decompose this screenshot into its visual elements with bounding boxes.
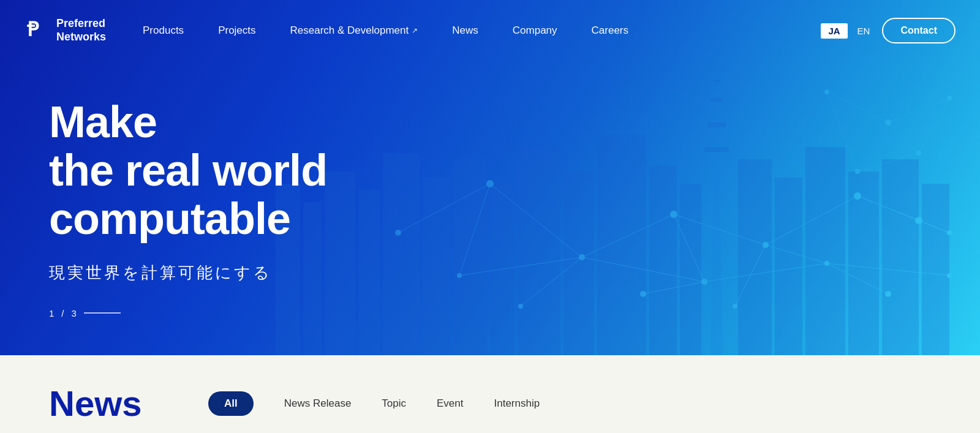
news-header: News All News Release Topic Event Intern… (49, 386, 931, 421)
svg-text:Ᵽ: Ᵽ (27, 18, 39, 40)
nav-products[interactable]: Products (143, 24, 201, 37)
pfn-logo-icon: Ᵽ (24, 18, 50, 43)
hero-title: Make the real world computable (49, 98, 931, 244)
contact-button[interactable]: Contact (882, 18, 956, 43)
site-header: Ᵽ Preferred Networks Products Projects R… (0, 0, 980, 61)
filter-topic[interactable]: Topic (382, 397, 406, 410)
counter-current: 1 (49, 308, 54, 318)
counter-total: 3 (72, 308, 77, 318)
hero-counter: 1 / 3 (49, 308, 931, 318)
news-filter-bar: All News Release Topic Event Internship (208, 391, 540, 416)
counter-separator: / (61, 308, 64, 318)
lang-en-button[interactable]: EN (858, 26, 870, 36)
language-switcher: JA EN (821, 23, 870, 39)
filter-internship[interactable]: Internship (494, 397, 540, 410)
external-link-icon: ↗ (412, 26, 418, 35)
nav-projects[interactable]: Projects (201, 24, 273, 37)
nav-company[interactable]: Company (496, 24, 575, 37)
nav-rd[interactable]: Research & Development ↗ (273, 24, 435, 37)
news-section-title: News (49, 386, 172, 421)
news-section: News All News Release Topic Event Intern… (0, 355, 980, 433)
filter-all[interactable]: All (208, 391, 254, 416)
counter-line (84, 312, 121, 314)
filter-news-release[interactable]: News Release (284, 397, 352, 410)
hero-subtitle: 現実世界を計算可能にする (49, 262, 931, 284)
nav-careers[interactable]: Careers (575, 24, 646, 37)
nav-news[interactable]: News (435, 24, 496, 37)
lang-ja-button[interactable]: JA (821, 23, 847, 39)
main-nav: Products Projects Research & Development… (143, 24, 802, 37)
logo-link[interactable]: Ᵽ Preferred Networks (24, 17, 106, 43)
filter-event[interactable]: Event (437, 397, 463, 410)
logo-text: Preferred Networks (56, 17, 106, 43)
